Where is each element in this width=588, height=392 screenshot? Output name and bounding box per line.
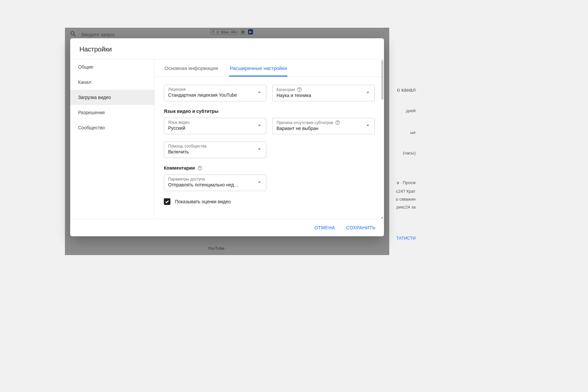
comment-access-dropdown[interactable]: Параметры доступа Отправлять потенциальн…: [164, 175, 266, 191]
tab-basic-info[interactable]: Основная информация: [164, 59, 219, 77]
dialog-footer: ОТМЕНА СОХРАНИТЬ: [70, 219, 384, 236]
chevron-down-icon: [365, 89, 371, 97]
license-value: Стандартная лицензия YouTube: [168, 92, 253, 98]
comment-access-value: Отправлять потенциально нед…: [168, 182, 253, 187]
chevron-down-icon: [256, 146, 263, 154]
tabs: Основная информация Расширенные настройк…: [155, 59, 384, 77]
caption-certification-dropdown[interactable]: Причина отсутствия субтитров Вариант не …: [272, 118, 375, 134]
chevron-down-icon: [256, 89, 263, 97]
license-dropdown[interactable]: Лицензия Стандартная лицензия YouTube: [164, 85, 266, 101]
help-icon[interactable]: [197, 166, 202, 171]
sidebar-item-general[interactable]: Общие: [70, 59, 154, 75]
chevron-down-icon: [365, 122, 371, 130]
lang-section-title: Язык видео и субтитры: [164, 109, 375, 114]
comments-section-title: Комментарии: [164, 165, 375, 171]
video-language-value: Русский: [168, 125, 253, 131]
category-value: Наука и техника: [277, 93, 361, 98]
show-ratings-label: Показывать оценки видео: [175, 199, 231, 204]
save-button[interactable]: СОХРАНИТЬ: [344, 222, 377, 233]
comment-access-label: Параметры доступа: [168, 177, 253, 181]
tab-advanced-settings[interactable]: Расширенные настройки: [229, 59, 287, 77]
caption-absent-value: Вариант не выбран: [277, 126, 361, 131]
show-ratings-row[interactable]: Показывать оценки видео: [164, 198, 375, 205]
help-icon[interactable]: [297, 87, 302, 92]
category-dropdown[interactable]: Категория Наука и техника: [272, 85, 375, 101]
caption-absent-label: Причина отсутствия субтитров: [277, 120, 361, 125]
license-label: Лицензия: [168, 87, 253, 92]
dialog-content: Основная информация Расширенные настройк…: [155, 59, 384, 219]
sidebar-item-upload[interactable]: Загрузка видео: [70, 90, 154, 105]
sidebar-item-channel[interactable]: Канал: [70, 75, 154, 90]
scrollbar-thumb[interactable]: [381, 77, 383, 100]
chevron-down-icon: [256, 179, 263, 187]
dialog-title: Настройки: [70, 38, 384, 59]
svg-point-1: [299, 90, 300, 91]
video-language-label: Язык видео: [168, 120, 253, 125]
content-scroll[interactable]: ▲ Лицензия Стандартная лицензия YouTube …: [155, 77, 384, 219]
video-language-dropdown[interactable]: Язык видео Русский: [164, 118, 266, 134]
chevron-down-icon: [256, 122, 263, 130]
background-screenshot: Введите запрос ⏱1г60мн48ч ▦ ▶ о канал дн…: [65, 28, 389, 255]
community-help-label: Помощь сообщества: [168, 144, 253, 148]
checkbox-checked-icon[interactable]: [164, 198, 170, 205]
dialog-sidebar: Общие Канал Загрузка видео Разрешения Со…: [70, 59, 155, 219]
category-label: Категория: [277, 87, 361, 92]
sidebar-item-community[interactable]: Сообщество: [70, 120, 154, 135]
settings-dialog: Настройки Общие Канал Загрузка видео Раз…: [70, 38, 384, 236]
community-help-value: Включить: [168, 149, 253, 154]
community-help-dropdown[interactable]: Помощь сообщества Включить: [164, 142, 266, 158]
svg-point-3: [337, 123, 338, 124]
svg-point-5: [200, 169, 200, 169]
help-icon[interactable]: [335, 120, 340, 125]
cancel-button[interactable]: ОТМЕНА: [312, 222, 337, 233]
sidebar-item-permissions[interactable]: Разрешения: [70, 105, 154, 120]
scroll-down-icon[interactable]: ▼: [381, 216, 384, 219]
